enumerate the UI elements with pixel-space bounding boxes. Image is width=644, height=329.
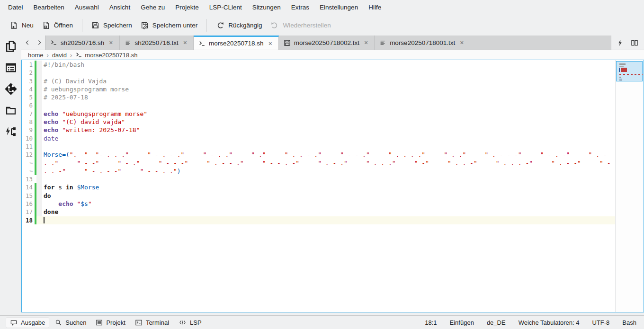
tab-bar: sh20250716.sh×sh20250716.txt×morse202507…	[21, 36, 644, 50]
breadcrumb-morse20250718-sh[interactable]: morse20250718.sh	[75, 52, 137, 59]
editor-row: 11	[22, 142, 615, 151]
statusbar-label: LSP	[190, 319, 202, 326]
text-editor[interactable]: 1#!/bin/bash23# (C) David Vajda4# uebung…	[22, 60, 615, 312]
line-number: 10	[22, 134, 35, 142]
statusbar-tab-settings[interactable]: Weiche Tabulatoren: 4	[519, 319, 580, 326]
sidebar-tool-symbols[interactable]	[2, 60, 19, 76]
line-number: 4	[22, 85, 35, 93]
save-as-icon	[141, 21, 149, 29]
code-line: echo "(C) david vajda"	[42, 118, 615, 126]
menu-gehe-zu[interactable]: Gehe zu	[135, 2, 170, 13]
editor-row: 10date	[22, 134, 615, 142]
menu-projekte[interactable]: Projekte	[170, 2, 204, 13]
statusbar-search-toggle[interactable]: Suchen	[51, 318, 90, 328]
menu-hilfe[interactable]: Hilfe	[363, 2, 386, 13]
minimap-scrollbar[interactable]	[615, 60, 644, 312]
folding-strip	[36, 159, 42, 167]
code-line	[42, 216, 615, 224]
minimap-viewport[interactable]	[616, 61, 643, 81]
quick-open-lightning-icon[interactable]	[617, 39, 623, 46]
breadcrumb-label: home	[28, 52, 44, 59]
breadcrumb-home[interactable]: home	[28, 52, 44, 59]
tab-close-icon[interactable]: ×	[363, 39, 369, 46]
tab-forward-button[interactable]	[33, 36, 45, 50]
line-number: 12	[22, 151, 35, 159]
menu-bearbeiten[interactable]: Bearbeiten	[28, 2, 70, 13]
terminal-tab-icon	[198, 40, 206, 47]
speichern-unter-button[interactable]: Speichern unter	[136, 18, 202, 32]
folding-strip	[36, 85, 42, 93]
open-document-icon	[42, 21, 50, 29]
statusbar-output-toggle[interactable]: Ausgabe	[6, 317, 49, 328]
folding-strip	[36, 110, 42, 118]
tab-morse20250718002-txt[interactable]: morse20250718002.txt×	[279, 36, 375, 50]
line-number: 2	[22, 69, 35, 77]
split-view-icon[interactable]	[631, 39, 638, 46]
menu-einstellungen[interactable]: Einstellungen	[314, 2, 363, 13]
breadcrumb-separator: ›	[47, 52, 49, 59]
sidebar-tool-git[interactable]	[2, 81, 19, 97]
diag-tree-icon	[5, 125, 17, 138]
toolbar: NeuÖffnenSpeichernSpeichern unterRückgän…	[0, 15, 644, 36]
button-label: Wiederherstellen	[283, 22, 331, 29]
folding-strip	[36, 77, 42, 85]
r-ckg-ngig-button[interactable]: Rückgängig	[212, 18, 266, 32]
statusbar-lsp-toggle[interactable]: LSP	[175, 318, 206, 328]
folding-strip	[36, 151, 42, 159]
tab-morse20250718-sh[interactable]: morse20250718.sh×	[194, 36, 279, 50]
tab-list: sh20250716.sh×sh20250716.txt×morse202507…	[45, 36, 611, 50]
code-line: done	[42, 208, 615, 216]
folding-strip	[36, 69, 42, 77]
line-number: 13	[22, 175, 35, 183]
sidebar-tool-diagnostics[interactable]	[2, 124, 19, 140]
statusbar-project-toggle[interactable]: Projekt	[92, 318, 129, 328]
statusbar-insert-mode[interactable]: Einfügen	[450, 319, 474, 326]
statusbar-syntax-mode[interactable]: Bash	[622, 319, 636, 326]
tab-close-icon[interactable]: ×	[267, 40, 274, 47]
menu-bar: DateiBearbeitenAuswahlAnsichtGehe zuProj…	[0, 0, 644, 15]
folding-strip	[36, 175, 42, 183]
speichern-button[interactable]: Speichern	[87, 18, 136, 32]
wrap-indicator: ↪	[22, 159, 35, 167]
statusbar-cursor-position[interactable]: 18:1	[425, 319, 437, 326]
folding-strip	[36, 192, 42, 200]
menu-extras[interactable]: Extras	[286, 2, 314, 13]
wiederherstellen-button[interactable]: Wiederherstellen	[266, 18, 335, 32]
tab-sh20250716-txt[interactable]: sh20250716.txt×	[120, 36, 194, 50]
wrap-indicator: ↪	[22, 167, 35, 175]
tab-sh20250716-sh[interactable]: sh20250716.sh×	[45, 36, 120, 50]
code-line: # uebungsprogramm morse	[42, 85, 615, 93]
menu-sitzungen[interactable]: Sitzungen	[247, 2, 286, 13]
statusbar-dictionary[interactable]: de_DE	[487, 319, 506, 326]
statusbar-terminal-toggle[interactable]: Terminal	[131, 318, 173, 328]
sidebar-tool-filesystem[interactable]	[2, 102, 19, 118]
minimap-mark	[619, 79, 622, 81]
neu-button[interactable]: Neu	[6, 18, 38, 32]
ffnen-button[interactable]: Öffnen	[38, 18, 77, 32]
button-label: Öffnen	[54, 22, 73, 29]
statusbar-label: Ausgabe	[21, 319, 45, 326]
tab-close-icon[interactable]: ×	[182, 39, 188, 46]
statusbar-encoding[interactable]: UTF-8	[592, 319, 610, 326]
editor-row: 18	[22, 216, 615, 224]
statusbar-label: Terminal	[146, 319, 169, 326]
tab-close-icon[interactable]: ×	[458, 39, 465, 46]
statusbar-label: Suchen	[65, 319, 86, 326]
menu-lsp-client[interactable]: LSP-CLient	[204, 2, 247, 13]
code-line: echo "$s"	[42, 200, 615, 208]
tab-close-icon[interactable]: ×	[107, 39, 114, 46]
sidebar-tool-documents[interactable]	[2, 38, 19, 54]
tab-morse20250718001-txt[interactable]: morse20250718001.txt×	[375, 36, 470, 50]
line-number: 18	[22, 216, 35, 224]
tab-back-button[interactable]	[21, 36, 33, 50]
statusbar-label: Projekt	[106, 319, 125, 326]
editor-row: 15do	[22, 192, 615, 200]
tab-label: morse20250718.sh	[209, 40, 264, 47]
breadcrumb-david[interactable]: david	[52, 52, 67, 59]
code-line	[42, 175, 615, 183]
menu-datei[interactable]: Datei	[3, 2, 28, 13]
menu-auswahl[interactable]: Auswahl	[70, 2, 104, 13]
tab-label: morse20250718002.txt	[294, 39, 359, 46]
minimap-mark	[619, 77, 621, 78]
menu-ansicht[interactable]: Ansicht	[104, 2, 135, 13]
